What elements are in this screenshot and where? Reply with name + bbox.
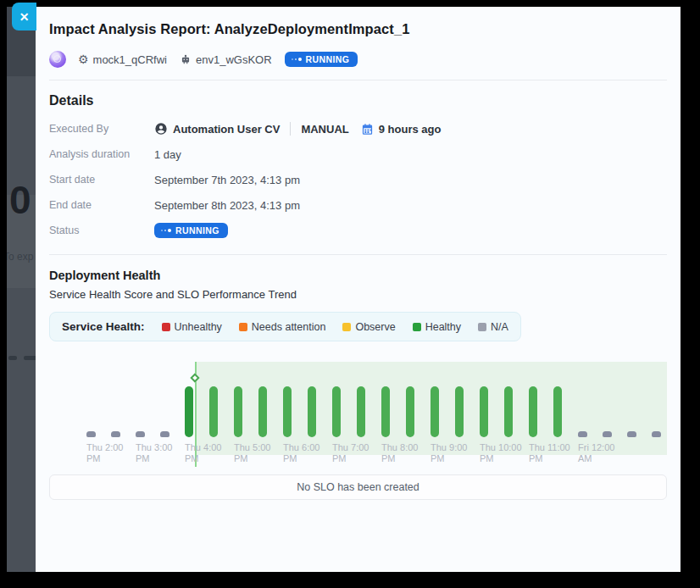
health-bar-deployment[interactable] — [185, 386, 193, 437]
x-axis-tick-label: Thu 3:00PM — [136, 442, 172, 464]
health-bar-healthy[interactable] — [431, 386, 439, 437]
legend-label: Healthy — [425, 321, 461, 333]
health-bar-healthy[interactable] — [258, 386, 267, 437]
detail-label: End date — [49, 199, 154, 211]
health-bar-healthy[interactable] — [529, 386, 537, 437]
x-axis-tick-label: Thu 11:00PM — [529, 442, 570, 464]
duration-value: 1 day — [154, 148, 181, 161]
health-bar-na[interactable] — [652, 431, 661, 437]
deployment-health-chart: Thu 2:00PMThu 3:00PMThu 4:00PMThu 5:00PM… — [49, 351, 667, 469]
health-bar-na[interactable] — [160, 431, 169, 437]
detail-label: Status — [49, 225, 154, 236]
environment-icon — [180, 53, 192, 65]
health-bar-healthy[interactable] — [357, 386, 365, 437]
legend-swatch-icon — [413, 323, 421, 331]
legend-swatch-icon — [342, 323, 351, 331]
health-bar-na[interactable] — [86, 431, 96, 437]
health-bar-healthy[interactable] — [455, 386, 464, 437]
gear-icon: ⚙ — [78, 53, 89, 65]
report-title: Impact Analysis Report: AnalyzeDeploymen… — [49, 21, 667, 37]
detail-label: Start date — [49, 174, 154, 186]
environment-item: env1_wGsKOR — [180, 53, 272, 66]
duration-row: Analysis duration 1 day — [49, 141, 667, 167]
health-bar-na[interactable] — [603, 431, 612, 437]
health-bar-healthy[interactable] — [283, 386, 292, 437]
x-axis-tick-label: Thu 8:00PM — [381, 442, 418, 464]
slo-empty-message: No SLO has been created — [297, 481, 419, 493]
end-date-value: September 8th 2023, 4:13 pm — [154, 199, 300, 212]
health-bar-healthy[interactable] — [406, 386, 414, 437]
health-bar-healthy[interactable] — [553, 386, 562, 437]
executed-time: 9 hours ago — [379, 123, 442, 136]
trigger-type: MANUAL — [301, 123, 348, 136]
health-bar-na[interactable] — [578, 431, 587, 437]
page-backdrop: 0 To exp — [7, 7, 36, 572]
background-partial-text: To exp — [7, 251, 33, 263]
executed-by-row: Executed By Automation User CV MANUAL 9 … — [49, 116, 667, 141]
legend-swatch-icon — [162, 323, 170, 331]
detail-label: Executed By — [49, 123, 154, 135]
x-axis-tick-label: Thu 2:00PM — [86, 442, 123, 464]
running-pulse-icon — [161, 229, 171, 232]
legend-item-needs-attention: Needs attention — [239, 321, 326, 333]
legend-item-healthy: Healthy — [413, 321, 461, 333]
x-axis-tick-label: Thu 10:00PM — [480, 442, 522, 464]
service-name-item: ⚙ mock1_qCRfwi — [78, 53, 167, 66]
x-axis-tick-label: Thu 4:00PM — [185, 442, 221, 464]
health-bar-na[interactable] — [627, 431, 636, 437]
health-bar-healthy[interactable] — [308, 386, 316, 437]
service-avatar-icon — [49, 51, 66, 68]
x-axis-tick-label: Thu 5:00PM — [234, 442, 270, 464]
user-icon — [154, 122, 168, 136]
header-divider — [49, 80, 667, 80]
start-date-value: September 7th 2023, 4:13 pm — [154, 174, 300, 186]
background-metric-number: 0 — [9, 180, 31, 219]
health-bar-healthy[interactable] — [234, 386, 242, 437]
running-status-text: RUNNING — [306, 55, 350, 64]
close-icon: ✕ — [19, 10, 30, 24]
details-heading: Details — [49, 93, 667, 108]
service-health-legend: Service Health: UnhealthyNeeds attention… — [49, 312, 521, 341]
calendar-icon — [361, 123, 374, 136]
x-axis-tick-label: Thu 9:00PM — [431, 442, 467, 464]
health-bar-healthy[interactable] — [332, 386, 341, 437]
legend-title: Service Health: — [62, 320, 145, 333]
status-row: Status RUNNING — [49, 218, 667, 243]
status-badge: RUNNING — [154, 223, 228, 239]
background-chart-fragment — [8, 356, 17, 360]
impact-analysis-report-drawer: Impact Analysis Report: AnalyzeDeploymen… — [36, 7, 681, 572]
legend-swatch-icon — [239, 323, 247, 331]
end-date-row: End date September 8th 2023, 4:13 pm — [49, 192, 667, 218]
service-name: mock1_qCRfwi — [93, 53, 167, 66]
report-meta-row: ⚙ mock1_qCRfwi env1_wGsKOR RUNNING — [49, 50, 667, 69]
environment-name: env1_wGsKOR — [196, 53, 272, 66]
x-axis-tick-label: Thu 7:00PM — [332, 442, 369, 464]
legend-label: Needs attention — [252, 321, 326, 333]
x-axis-tick-label: Thu 6:00PM — [283, 442, 319, 464]
legend-label: Unhealthy — [175, 321, 222, 333]
health-bar-na[interactable] — [111, 431, 120, 437]
deployment-health-subtitle: Service Health Score and SLO Performance… — [49, 288, 667, 301]
detail-label: Analysis duration — [49, 148, 154, 160]
legend-label: Observe — [355, 321, 395, 333]
health-bar-na[interactable] — [136, 431, 145, 437]
x-axis-tick-label: Fri 12:00AM — [578, 442, 614, 464]
health-bar-healthy[interactable] — [381, 386, 390, 437]
slo-empty-state: No SLO has been created — [49, 474, 667, 500]
details-table: Executed By Automation User CV MANUAL 9 … — [49, 116, 667, 243]
start-date-row: Start date September 7th 2023, 4:13 pm — [49, 167, 667, 192]
value-separator — [290, 122, 291, 136]
close-drawer-button[interactable]: ✕ — [12, 3, 36, 31]
status-badge-text: RUNNING — [175, 226, 219, 236]
background-chart-fragment — [24, 356, 36, 360]
details-divider — [49, 254, 667, 255]
health-bar-healthy[interactable] — [480, 386, 488, 437]
deployment-health-heading: Deployment Health — [49, 269, 667, 282]
executed-by-user: Automation User CV — [173, 123, 280, 136]
health-bar-healthy[interactable] — [504, 386, 513, 437]
running-status-badge: RUNNING — [285, 52, 358, 68]
legend-item-observe: Observe — [342, 321, 395, 333]
legend-item-n-a: N/A — [478, 321, 508, 333]
health-bar-healthy[interactable] — [209, 386, 218, 437]
running-pulse-icon — [292, 58, 302, 61]
